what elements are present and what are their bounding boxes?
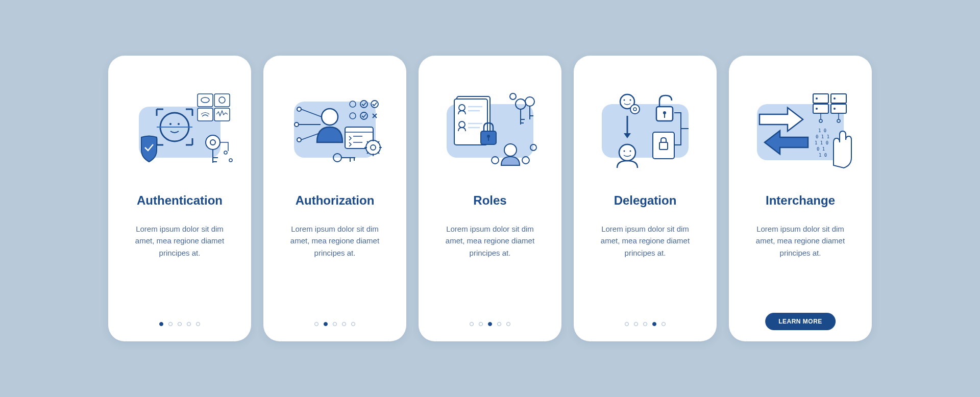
- svg-point-17: [229, 159, 232, 162]
- pagination-dots: [625, 322, 666, 326]
- card-authentication: Authentication Lorem ipsum dolor sit dim…: [108, 56, 251, 341]
- svg-rect-91: [831, 104, 846, 113]
- learn-more-button[interactable]: LEARN MORE: [765, 313, 836, 330]
- pagination-dots: [159, 322, 200, 326]
- svg-point-94: [834, 97, 836, 100]
- pagination-dots: [314, 322, 355, 326]
- dot-2[interactable]: [634, 322, 638, 326]
- card-title: Interchange: [766, 193, 835, 208]
- svg-rect-88: [813, 94, 828, 103]
- svg-rect-71: [602, 104, 689, 158]
- svg-text:0 1 1: 0 1 1: [816, 134, 829, 139]
- svg-rect-84: [653, 132, 674, 159]
- card-body: Lorem ipsum dolor sit dim amet, mea regi…: [281, 223, 388, 259]
- svg-point-24: [297, 138, 301, 142]
- card-roles: Roles Lorem ipsum dolor sit dim amet, me…: [419, 56, 561, 341]
- svg-point-78: [619, 144, 635, 161]
- dot-5[interactable]: [196, 322, 200, 326]
- dot-5[interactable]: [351, 322, 355, 326]
- svg-point-69: [522, 157, 529, 164]
- svg-point-75: [630, 105, 640, 114]
- svg-point-20: [297, 107, 301, 111]
- dot-1[interactable]: [314, 322, 318, 326]
- dot-2[interactable]: [324, 322, 328, 326]
- dot-3[interactable]: [333, 322, 337, 326]
- svg-text:1 0: 1 0: [818, 128, 826, 133]
- dot-3[interactable]: [178, 322, 182, 326]
- card-authorization: Authorization Lorem ipsum dolor sit dim …: [263, 56, 406, 341]
- svg-point-64: [525, 97, 534, 106]
- card-body: Lorem ipsum dolor sit dim amet, mea regi…: [592, 223, 699, 259]
- svg-text:0 1: 0 1: [817, 146, 825, 152]
- card-delegation: Delegation Lorem ipsum dolor sit dim ame…: [574, 56, 717, 341]
- roles-illustration: [434, 76, 546, 178]
- card-title: Authentication: [137, 193, 223, 208]
- card-body: Lorem ipsum dolor sit dim amet, mea regi…: [747, 223, 854, 259]
- dot-1[interactable]: [159, 322, 163, 326]
- dot-1[interactable]: [470, 322, 474, 326]
- svg-point-93: [816, 108, 818, 110]
- svg-point-95: [834, 108, 836, 110]
- svg-point-67: [504, 144, 517, 156]
- svg-point-3: [178, 123, 180, 125]
- pagination-dots: [470, 322, 510, 326]
- svg-rect-5: [198, 94, 213, 107]
- authorization-illustration: [279, 76, 391, 178]
- svg-point-80: [630, 151, 631, 152]
- svg-point-22: [295, 122, 299, 127]
- dot-2[interactable]: [479, 322, 483, 326]
- svg-point-11: [206, 135, 220, 150]
- svg-point-74: [630, 100, 631, 101]
- svg-text:1 1 0: 1 1 0: [815, 140, 828, 145]
- dot-1[interactable]: [625, 322, 629, 326]
- svg-rect-90: [831, 94, 846, 103]
- svg-point-16: [224, 151, 227, 154]
- svg-point-68: [492, 157, 499, 164]
- svg-text:1 0: 1 0: [819, 153, 827, 158]
- dot-4[interactable]: [187, 322, 191, 326]
- dot-3[interactable]: [643, 322, 647, 326]
- delegation-illustration: [589, 76, 701, 178]
- authentication-illustration: [124, 76, 236, 178]
- card-body: Lorem ipsum dolor sit dim amet, mea regi…: [436, 223, 544, 259]
- interchange-illustration: 1 0 0 1 1 1 1 0 0 1 1 0: [744, 76, 856, 178]
- dot-4[interactable]: [342, 322, 346, 326]
- dot-4[interactable]: [497, 322, 501, 326]
- dot-3[interactable]: [488, 322, 492, 326]
- svg-rect-89: [813, 104, 828, 113]
- dot-2[interactable]: [168, 322, 173, 326]
- svg-point-59: [510, 93, 516, 100]
- card-title: Authorization: [296, 193, 375, 208]
- svg-rect-7: [214, 94, 230, 107]
- dot-4[interactable]: [652, 322, 656, 326]
- card-interchange: 1 0 0 1 1 1 1 0 0 1 1 0 Interchange Lore…: [729, 56, 872, 341]
- dot-5[interactable]: [506, 322, 510, 326]
- svg-point-73: [624, 100, 625, 101]
- card-title: Delegation: [614, 193, 677, 208]
- svg-point-79: [624, 151, 625, 152]
- svg-point-2: [169, 123, 172, 125]
- svg-point-92: [816, 97, 818, 100]
- dot-5[interactable]: [662, 322, 666, 326]
- onboarding-cards-row: Authentication Lorem ipsum dolor sit dim…: [108, 56, 872, 341]
- svg-point-19: [322, 109, 338, 125]
- card-body: Lorem ipsum dolor sit dim amet, mea regi…: [126, 223, 233, 259]
- card-title: Roles: [473, 193, 506, 208]
